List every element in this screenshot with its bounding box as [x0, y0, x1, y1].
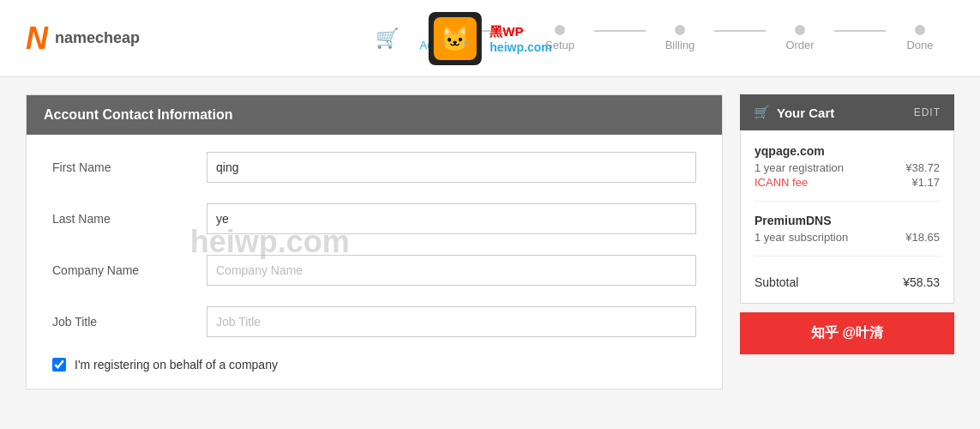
subtotal-label: Subtotal — [755, 275, 798, 289]
step-line-3 — [714, 30, 766, 32]
job-title-row: Job Title — [52, 306, 696, 337]
cart-item-yqpage-icann-value: ¥1.17 — [911, 176, 940, 189]
subtotal-value: ¥58.53 — [903, 275, 940, 289]
cart-item-premiumdns-sub-value: ¥18.65 — [905, 231, 940, 244]
cart-item-premiumdns: PremiumDNS 1 year subscription ¥18.65 — [755, 214, 940, 257]
step-label-billing: Billing — [665, 39, 695, 51]
step-label-order: Order — [785, 39, 814, 51]
cart-title-text: Your Cart — [777, 106, 834, 120]
form-title: Account Contact Information — [44, 107, 232, 122]
cart-item-premiumdns-sub: 1 year subscription ¥18.65 — [755, 231, 940, 244]
cart-cta-text: 知乎 @叶清 — [811, 325, 883, 340]
cart-subtotal: Subtotal ¥58.53 — [755, 269, 940, 289]
step-dot-billing — [675, 25, 685, 35]
step-billing[interactable]: Billing — [646, 25, 714, 51]
job-title-label: Job Title — [52, 315, 189, 329]
watermark-overlay: 🐱 黑WP heiwp.com — [428, 0, 551, 77]
last-name-input[interactable] — [207, 203, 696, 234]
watermark-icon: 🐱 — [433, 17, 476, 60]
cart-title: 🛒 Your Cart — [754, 105, 834, 120]
cart-item-yqpage: yqpage.com 1 year registration ¥38.72 IC… — [755, 144, 940, 202]
step-dot-setup — [555, 25, 565, 35]
cart-item-yqpage-name: yqpage.com — [755, 144, 940, 158]
watermark-wp-label: 黑WP — [490, 24, 523, 40]
account-form-section: Account Contact Information heiwp.com Fi… — [26, 94, 723, 390]
last-name-label: Last Name — [52, 212, 189, 226]
last-name-row: Last Name — [52, 203, 696, 234]
cart-item-yqpage-icann-label: ICANN fee — [755, 176, 808, 189]
checkbox-row: I'm registering on behalf of a company — [52, 358, 696, 372]
cart-item-yqpage-icann: ICANN fee ¥1.17 — [755, 176, 940, 189]
step-label-done: Done — [906, 39, 933, 51]
form-header: Account Contact Information — [27, 95, 722, 135]
company-name-input[interactable] — [207, 255, 696, 286]
main-content: Account Contact Information heiwp.com Fi… — [0, 77, 980, 407]
step-order[interactable]: Order — [766, 25, 834, 51]
company-name-row: Company Name — [52, 255, 696, 286]
logo-icon: N — [26, 21, 48, 57]
step-line-4 — [834, 30, 886, 32]
cart-icon: 🛒 — [754, 105, 770, 120]
job-title-input[interactable] — [207, 306, 696, 337]
cart-section: 🛒 Your Cart EDIT yqpage.com 1 year regis… — [740, 94, 954, 390]
cart-item-premiumdns-sub-label: 1 year subscription — [755, 231, 848, 244]
first-name-row: First Name — [52, 152, 696, 183]
step-dot-done — [915, 25, 925, 35]
logo-area: N namecheap — [26, 21, 140, 57]
cart-header: 🛒 Your Cart EDIT — [740, 94, 954, 130]
cart-header-icon: 🛒 — [376, 27, 399, 50]
company-name-label: Company Name — [52, 263, 189, 277]
first-name-label: First Name — [52, 160, 189, 174]
first-name-input[interactable] — [207, 152, 696, 183]
cart-body: yqpage.com 1 year registration ¥38.72 IC… — [740, 130, 954, 304]
cart-item-yqpage-reg-value: ¥38.72 — [905, 161, 940, 174]
step-done[interactable]: Done — [886, 25, 954, 51]
logo-text: namecheap — [55, 29, 140, 47]
cart-cta-button[interactable]: 知乎 @叶清 — [740, 312, 954, 354]
step-line-2 — [594, 30, 646, 32]
step-dot-order — [795, 25, 805, 35]
cart-item-yqpage-reg: 1 year registration ¥38.72 — [755, 161, 940, 174]
company-checkbox[interactable] — [52, 358, 66, 372]
cart-edit-button[interactable]: EDIT — [914, 106, 941, 118]
cart-item-premiumdns-name: PremiumDNS — [755, 214, 940, 227]
cart-item-yqpage-reg-label: 1 year registration — [755, 161, 844, 174]
form-body: heiwp.com First Name Last Name Company N… — [27, 135, 722, 389]
watermark-box: 🐱 — [428, 12, 481, 65]
checkbox-label: I'm registering on behalf of a company — [75, 358, 278, 372]
watermark-domain-label: heiwp.com — [490, 40, 551, 54]
watermark-text: 黑WP heiwp.com — [490, 24, 551, 54]
